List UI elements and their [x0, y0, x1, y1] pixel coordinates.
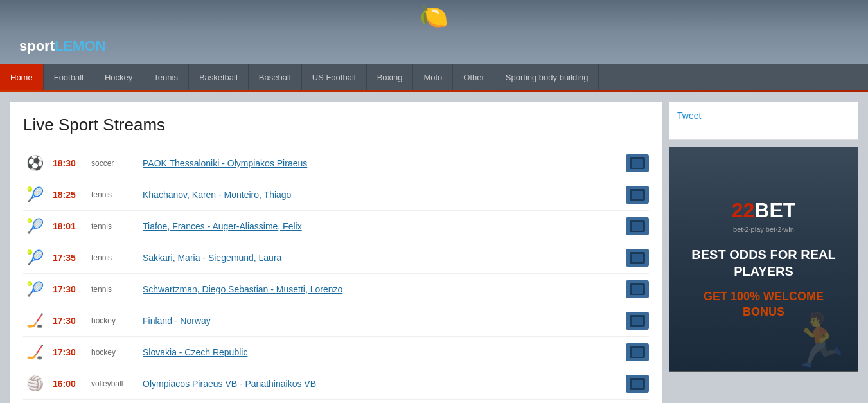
- stream-sport: tennis: [91, 190, 136, 199]
- watch-button[interactable]: [626, 217, 649, 235]
- stream-sport: hockey: [91, 348, 136, 357]
- tennis-icon: 🎾: [23, 215, 46, 238]
- tv-icon: [630, 220, 645, 232]
- watch-button[interactable]: [626, 186, 649, 204]
- content-area: Live Sport Streams ⚽ 18:30 soccer PAOK T…: [10, 102, 662, 403]
- hockey-icon: 🏒: [23, 309, 46, 332]
- stream-row: 🏐 16:00 volleyball Olympiacos Piraeus VB…: [23, 368, 649, 400]
- logo-area: sportLEMON: [19, 38, 105, 55]
- soccer-icon: ⚽: [23, 152, 46, 175]
- stream-time: 17:30: [53, 347, 85, 357]
- logo-sport: sport: [19, 38, 55, 54]
- stream-row: 🎾 15:25 tennis Andreescu, Bianca Vanessa…: [23, 400, 649, 403]
- ad-tagline: bet·2·play bet·2·win: [733, 226, 794, 233]
- nav-football[interactable]: Football: [44, 64, 94, 90]
- ad-box[interactable]: 22BET bet·2·play bet·2·win BEST ODDS FOR…: [669, 147, 858, 372]
- stream-link[interactable]: Khachanov, Karen - Monteiro, Thiago: [143, 190, 619, 200]
- stream-link[interactable]: Slovakia - Czech Republic: [143, 347, 619, 357]
- tv-icon: [630, 252, 645, 264]
- nav-moto[interactable]: Moto: [413, 64, 453, 90]
- stream-time: 18:25: [53, 190, 85, 200]
- logo-lemon: LEMON: [55, 38, 105, 54]
- tv-icon: [630, 315, 645, 327]
- stream-time: 16:00: [53, 379, 85, 389]
- ad-logo: 22BET: [732, 199, 796, 222]
- stream-row: ⚽ 18:30 soccer PAOK Thessaloniki - Olymp…: [23, 148, 649, 179]
- hockey-icon: 🏒: [23, 341, 46, 364]
- stream-sport: volleyball: [91, 379, 136, 388]
- header-banner: 🍋 sportLEMON: [0, 0, 868, 64]
- nav-other[interactable]: Other: [453, 64, 495, 90]
- stream-time: 18:30: [53, 158, 85, 168]
- watch-button[interactable]: [626, 375, 649, 393]
- nav-sporting-body-building[interactable]: Sporting body building: [495, 64, 599, 90]
- nav-baseball[interactable]: Baseball: [249, 64, 302, 90]
- stream-row: 🏒 17:30 hockey Finland - Norway: [23, 305, 649, 337]
- watch-button[interactable]: [626, 343, 649, 361]
- nav-usfootball[interactable]: US Football: [302, 64, 367, 90]
- stream-row: 🎾 17:35 tennis Sakkari, Maria - Siegemun…: [23, 242, 649, 274]
- stream-time: 17:30: [53, 284, 85, 294]
- watch-button[interactable]: [626, 249, 649, 267]
- stream-time: 17:30: [53, 316, 85, 326]
- stream-row: 🎾 17:30 tennis Schwartzman, Diego Sebast…: [23, 274, 649, 305]
- nav-boxing[interactable]: Boxing: [367, 64, 414, 90]
- stream-row: 🎾 18:25 tennis Khachanov, Karen - Montei…: [23, 179, 649, 211]
- tv-icon: [630, 189, 645, 201]
- tweet-box: Tweet: [669, 102, 858, 140]
- stream-sport: hockey: [91, 316, 136, 325]
- stream-sport: tennis: [91, 285, 136, 294]
- watch-button[interactable]: [626, 280, 649, 298]
- tweet-link[interactable]: Tweet: [677, 111, 701, 121]
- tennis-icon: 🎾: [23, 278, 46, 301]
- tennis-icon: 🎾: [23, 246, 46, 269]
- stream-link[interactable]: PAOK Thessaloniki - Olympiakos Piraeus: [143, 158, 619, 168]
- stream-link[interactable]: Finland - Norway: [143, 316, 619, 326]
- tv-icon: [630, 378, 645, 390]
- watch-button[interactable]: [626, 312, 649, 330]
- main-layout: Live Sport Streams ⚽ 18:30 soccer PAOK T…: [0, 92, 868, 403]
- nav-bar: Home Football Hockey Tennis Basketball B…: [0, 64, 868, 90]
- nav-hockey[interactable]: Hockey: [94, 64, 143, 90]
- ad-logo-bet: BET: [754, 199, 795, 222]
- stream-row: 🎾 18:01 tennis Tiafoe, Frances - Auger-A…: [23, 211, 649, 242]
- tv-icon: [630, 346, 645, 358]
- stream-sport: tennis: [91, 253, 136, 262]
- ad-player-icon: 🏃: [787, 310, 851, 371]
- stream-link[interactable]: Olympiacos Piraeus VB - Panathinaikos VB: [143, 379, 619, 389]
- stream-link[interactable]: Tiafoe, Frances - Auger-Aliassime, Felix: [143, 221, 619, 231]
- stream-time: 18:01: [53, 221, 85, 231]
- ad-headline: BEST ODDS FOR REAL PLAYERS: [682, 246, 845, 280]
- lemon-icon: 🍋: [420, 3, 448, 30]
- tv-icon: [630, 157, 645, 169]
- volleyball-icon: 🏐: [23, 372, 46, 395]
- tv-icon: [630, 283, 645, 295]
- stream-sport: tennis: [91, 222, 136, 231]
- watch-button[interactable]: [626, 154, 649, 172]
- page-title: Live Sport Streams: [23, 115, 649, 135]
- nav-home[interactable]: Home: [0, 64, 44, 90]
- tennis-icon: 🎾: [23, 183, 46, 206]
- nav-basketball[interactable]: Basketball: [189, 64, 249, 90]
- stream-link[interactable]: Schwartzman, Diego Sebastian - Musetti, …: [143, 284, 619, 294]
- sidebar: Tweet 22BET bet·2·play bet·2·win BEST OD…: [669, 102, 858, 403]
- stream-sport: soccer: [91, 159, 136, 168]
- nav-tennis[interactable]: Tennis: [143, 64, 189, 90]
- stream-link[interactable]: Sakkari, Maria - Siegemund, Laura: [143, 253, 619, 263]
- stream-time: 17:35: [53, 253, 85, 263]
- ad-logo-22: 22: [732, 199, 755, 222]
- stream-row: 🏒 17:30 hockey Slovakia - Czech Republic: [23, 337, 649, 368]
